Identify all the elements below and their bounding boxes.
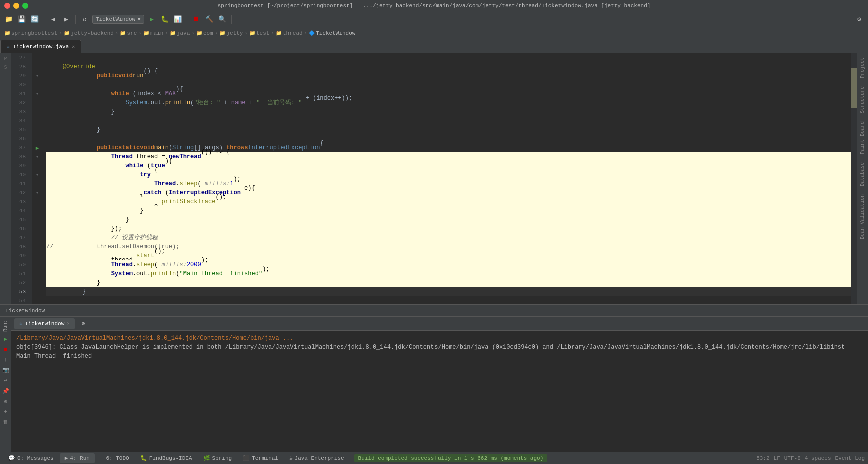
code-area[interactable]: @Override public void run() { while (ind… [42,53,851,304]
fold-38[interactable]: ▾ [36,154,38,160]
status-tab-terminal[interactable]: ⬛ Terminal [238,453,283,463]
back-btn[interactable]: ◀ [48,14,59,25]
run-tab-ticketwindow[interactable]: ☕ TicketWindow ✕ [14,318,75,329]
structure-icon[interactable]: S [3,64,8,71]
run-tab-label: TicketWindow [25,321,64,327]
line-50: 50 [13,260,28,269]
window-controls [4,3,28,9]
breadcrumb-jetty-backend[interactable]: 📁 jetty-backend [64,30,114,36]
line-41: 41 [13,179,28,188]
run-config-dropdown[interactable]: TicketWindow ▼ [92,15,144,24]
fold-40[interactable]: ▾ [36,172,38,178]
status-tab-findbugs[interactable]: 🐛 FindBugs-IDEA [135,453,197,463]
line-31: 31 [13,89,28,98]
run-left-bar: Run: ▶ ⏹ ↓ 📷 ↩ 📌 ⚙ + 🗑 [0,317,11,452]
todo-icon: ≡ [101,455,104,461]
breadcrumb-ticketwindow[interactable]: 🔷 TicketWindow [309,30,355,36]
wrap-btn[interactable]: ↩ [3,376,8,385]
coverage-btn[interactable]: 📊 [172,14,183,25]
run-btn[interactable]: ▶ [146,14,157,25]
line-43: 43 [13,197,28,206]
window-title: springboottest [~/project/springboottest… [218,3,651,9]
status-tab-spring[interactable]: 🌿 Spring [198,453,237,463]
minimap-highlight [851,68,857,108]
save-btn[interactable]: 💾 [16,14,27,25]
tab-bar: ☕ TicketWindow.java ✕ [0,39,868,53]
messages-icon: 💬 [8,455,15,461]
code-line-34 [46,116,851,125]
stop-run-btn[interactable]: ⏹ [2,345,9,354]
database-vertical-tab[interactable]: Database [858,158,867,190]
bottom-title: TicketWindow [5,308,45,314]
rerun-btn[interactable]: ▶ [3,335,8,343]
event-log[interactable]: Event Log [835,455,865,461]
debug-btn[interactable]: 🐛 [159,14,170,25]
main-area: P S 27 28 29 30 31 32 33 34 35 36 37 38 … [0,53,868,304]
line-34: 34 [13,116,28,125]
status-bar: 💬 0: Messages ▶ 4: Run ≡ 6: TODO 🐛 FindB… [0,452,868,464]
run-pin-btn[interactable]: 📌 [1,387,10,395]
fold-31[interactable]: ▾ [36,91,38,97]
fold-42[interactable]: ▾ [36,190,38,196]
status-tab-run[interactable]: ▶ 4: Run [60,453,95,463]
status-tab-todo[interactable]: ≡ 6: TODO [96,453,134,463]
breadcrumb-jetty[interactable]: 📁 jetty [219,30,243,36]
code-line-46: }); [46,224,851,233]
close-button[interactable] [4,3,10,9]
breadcrumb-java[interactable]: 📁 java [170,30,190,36]
breadcrumb-thread[interactable]: 📁 thread [276,30,303,36]
line-42: 42 [13,188,28,197]
run-delete-btn[interactable]: 🗑 [2,418,9,426]
line-37: 37 [13,143,28,152]
code-line-29: public void run() { [46,71,851,80]
minimize-button[interactable] [13,3,19,9]
encoding: UTF-8 [784,455,801,461]
project-vertical-tab[interactable]: Project [858,53,867,82]
screenshot-btn[interactable]: 📷 [1,366,10,374]
code-line-52: } [46,278,851,287]
maximize-button[interactable] [22,3,28,9]
sync-btn[interactable]: 🔄 [29,14,40,25]
settings-btn[interactable]: ⚙ [854,14,865,25]
stop-btn[interactable]: ⏹ [191,14,202,25]
status-tab-messages[interactable]: 💬 0: Messages [3,453,59,463]
indent-info: 4 spaces [805,455,831,461]
line-39: 39 [13,161,28,170]
search-btn[interactable]: 🔍 [217,14,228,25]
breadcrumb-main[interactable]: 📁 main [143,30,163,36]
run-settings-tab[interactable]: ⚙ [77,318,90,329]
breadcrumb-src[interactable]: 📁 src [120,30,137,36]
editor-wrapper: 27 28 29 30 31 32 33 34 35 36 37 38 39 4… [11,53,857,304]
code-line-33: } [46,107,851,116]
code-line-51: System.out.println("Main Thread finished… [46,269,851,278]
fold-29[interactable]: ▾ [36,73,38,79]
code-line-40: try { [46,170,851,179]
breadcrumb-com[interactable]: 📁 com [196,30,213,36]
code-line-41: Thread.sleep( millis: 1); [46,179,851,188]
code-line-36 [46,134,851,143]
run-add-btn[interactable]: + [3,408,8,416]
code-line-53: } [46,287,851,296]
settings-icon: ⚙ [82,320,85,327]
build-btn[interactable]: 🔨 [204,14,215,25]
run-tab-close[interactable]: ✕ [67,321,69,326]
scroll-to-end-btn[interactable]: ↓ [3,356,8,364]
project-panel-icon[interactable]: P [3,55,8,63]
structure-vertical-tab[interactable]: Structure [858,82,867,117]
breadcrumb-test[interactable]: 📁 test [249,30,269,36]
bean-vertical-tab[interactable]: Bean Validation [858,190,867,243]
line-separator: LF [774,455,780,461]
forward-btn[interactable]: ▶ [61,14,72,25]
code-line-45: } [46,215,851,224]
tab-ticketwindow[interactable]: ☕ TicketWindow.java ✕ [0,40,81,53]
run-settings-btn[interactable]: ⚙ [3,397,8,406]
project-icon[interactable]: 📁 [3,14,14,25]
run-content-area: ☕ TicketWindow ✕ ⚙ /Library/Java/JavaVir… [11,317,868,452]
paintbrush-vertical-tab[interactable]: Paint Board [858,117,867,158]
run-37[interactable]: ▶ [36,145,39,151]
undo-btn[interactable]: ↺ [79,14,90,25]
line-27: 27 [13,53,28,62]
breadcrumb-springboottest[interactable]: 📁 springboottest [4,30,57,36]
tab-close-btn[interactable]: ✕ [72,44,75,50]
status-tab-enterprise[interactable]: ☕ Java Enterprise [284,453,349,463]
